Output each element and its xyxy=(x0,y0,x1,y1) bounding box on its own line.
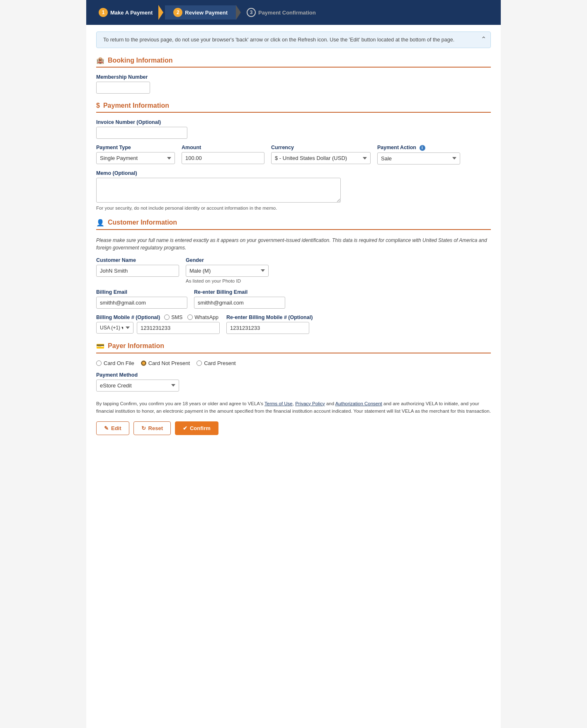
currency-col: Currency $ - United States Dollar (USD) xyxy=(271,145,371,164)
reset-label: Reset xyxy=(148,425,163,431)
memo-label: Memo (Optional) xyxy=(96,170,491,176)
billing-email-label: Billing Email xyxy=(96,289,187,295)
re-mobile-input[interactable] xyxy=(226,322,309,334)
invoice-label: Invoice Number (Optional) xyxy=(96,119,491,125)
payment-action-col: Payment Action i Sale xyxy=(377,145,460,164)
step-3-num: 3 xyxy=(247,8,256,17)
card-on-file-option[interactable]: Card On File xyxy=(96,360,134,366)
step-1-num: 1 xyxy=(99,8,108,17)
customer-note: Please make sure your full name is enter… xyxy=(96,237,491,252)
confirm-check-icon: ✔ xyxy=(183,425,187,431)
gender-label: Gender xyxy=(186,257,269,263)
action-buttons: ✎ Edit ↻ Reset ✔ Confirm xyxy=(96,421,491,435)
collapse-banner-button[interactable]: ⌃ xyxy=(481,35,486,43)
edit-icon: ✎ xyxy=(104,425,109,431)
memo-hint: For your security, do not include person… xyxy=(96,206,491,210)
customer-name-gender-row: Customer Name Gender Male (M) As listed … xyxy=(96,257,491,283)
amount-col: Amount xyxy=(182,145,264,164)
step-3: 3 Payment Confirmation xyxy=(243,5,322,19)
payer-icon: 💳 xyxy=(96,342,104,350)
payment-details-row: Payment Type Single Payment Amount Curre… xyxy=(96,145,491,164)
payment-title: Payment Information xyxy=(103,102,169,109)
payer-section-header: 💳 Payer Information xyxy=(96,342,491,353)
re-billing-mobile-col: Re-enter Billing Mobile # (Optional) xyxy=(226,314,313,334)
billing-email-col: Billing Email xyxy=(96,289,187,309)
auth-consent-link[interactable]: Authorization Consent xyxy=(335,401,382,406)
membership-number-group: Membership Number xyxy=(96,74,491,94)
step-2-label: Review Payment xyxy=(185,10,228,16)
invoice-group: Invoice Number (Optional) xyxy=(96,119,491,139)
payer-title: Payer Information xyxy=(108,342,164,350)
booking-icon: 🏨 xyxy=(96,56,104,64)
terms-link[interactable]: Terms of Use xyxy=(264,401,293,406)
billing-mobile-label: Billing Mobile # (Optional) xyxy=(96,314,160,320)
step-arrow-2 xyxy=(236,5,241,20)
card-on-file-label: Card On File xyxy=(104,360,134,366)
phone-row: USA (+1) ▾ xyxy=(96,322,220,334)
re-billing-email-input[interactable] xyxy=(194,297,285,309)
re-billing-email-col: Re-enter Billing Email xyxy=(194,289,285,309)
currency-select[interactable]: $ - United States Dollar (USD) xyxy=(271,152,371,164)
invoice-input[interactable] xyxy=(96,127,187,139)
payment-action-label: Payment Action i xyxy=(377,145,460,151)
confirm-label: Confirm xyxy=(190,425,211,431)
billing-mobile-col: Billing Mobile # (Optional) SMS WhatsApp… xyxy=(96,314,220,334)
customer-icon: 👤 xyxy=(96,219,104,227)
payment-icon: $ xyxy=(96,102,100,109)
billing-email-row: Billing Email Re-enter Billing Email xyxy=(96,289,491,309)
card-present-label: Card Present xyxy=(204,360,236,366)
re-billing-email-label: Re-enter Billing Email xyxy=(194,289,285,295)
memo-textarea[interactable] xyxy=(96,178,341,203)
main-content: To return to the previous page, do not u… xyxy=(86,25,501,447)
customer-title: Customer Information xyxy=(108,219,177,226)
edit-button[interactable]: ✎ Edit xyxy=(96,421,129,435)
privacy-link[interactable]: Privacy Policy xyxy=(295,401,325,406)
billing-email-input[interactable] xyxy=(96,297,187,309)
gender-select[interactable]: Male (M) xyxy=(186,265,269,277)
edit-label: Edit xyxy=(111,425,121,431)
mobile-input[interactable] xyxy=(137,322,220,334)
customer-section-header: 👤 Customer Information xyxy=(96,219,491,230)
whatsapp-radio-label[interactable]: WhatsApp xyxy=(187,314,218,320)
customer-name-col: Customer Name xyxy=(96,257,179,277)
booking-section-header: 🏨 Booking Information xyxy=(96,56,491,68)
card-present-radio[interactable] xyxy=(196,360,202,366)
membership-number-input[interactable] xyxy=(96,82,150,94)
step-2-num: 2 xyxy=(173,8,182,17)
amount-label: Amount xyxy=(182,145,264,150)
step-3-label: Payment Confirmation xyxy=(258,10,316,16)
amount-input[interactable] xyxy=(182,152,264,164)
legal-text: By tapping Confirm, you confirm you are … xyxy=(96,400,491,415)
sms-options: SMS WhatsApp xyxy=(164,314,218,320)
step-1: 1 Make A Payment xyxy=(95,5,158,19)
card-present-option[interactable]: Card Present xyxy=(196,360,236,366)
card-on-file-radio[interactable] xyxy=(96,360,102,366)
card-not-present-radio[interactable] xyxy=(141,360,146,366)
info-banner-text: To return to the previous page, do not u… xyxy=(103,37,454,43)
steps-header: 1 Make A Payment 2 Review Payment 3 Paym… xyxy=(86,0,501,25)
payment-action-info-icon[interactable]: i xyxy=(420,145,425,151)
billing-mobile-row: Billing Mobile # (Optional) SMS WhatsApp… xyxy=(96,314,491,334)
customer-name-input[interactable] xyxy=(96,265,179,277)
membership-number-label: Membership Number xyxy=(96,74,491,80)
card-not-present-option[interactable]: Card Not Present xyxy=(141,360,190,366)
customer-name-label: Customer Name xyxy=(96,257,179,263)
payment-method-label: Payment Method xyxy=(96,372,491,378)
step-arrow-1 xyxy=(158,5,163,20)
memo-group: Memo (Optional) For your security, do no… xyxy=(96,170,491,210)
sms-radio[interactable] xyxy=(164,314,170,320)
payment-action-select[interactable]: Sale xyxy=(377,152,460,164)
reset-icon: ↻ xyxy=(141,425,146,431)
sms-radio-label[interactable]: SMS xyxy=(164,314,182,320)
payment-method-group: Payment Method eStore Credit xyxy=(96,372,491,392)
payment-type-select[interactable]: Single Payment xyxy=(96,152,175,164)
gender-col: Gender Male (M) As listed on your Photo … xyxy=(186,257,269,283)
confirm-button[interactable]: ✔ Confirm xyxy=(175,421,218,435)
payment-method-select[interactable]: eStore Credit xyxy=(96,380,179,392)
reset-button[interactable]: ↻ Reset xyxy=(133,421,171,435)
country-code-select[interactable]: USA (+1) ▾ xyxy=(96,322,133,334)
currency-label: Currency xyxy=(271,145,371,150)
whatsapp-radio[interactable] xyxy=(187,314,193,320)
card-not-present-label: Card Not Present xyxy=(148,360,190,366)
payment-type-label: Payment Type xyxy=(96,145,175,150)
